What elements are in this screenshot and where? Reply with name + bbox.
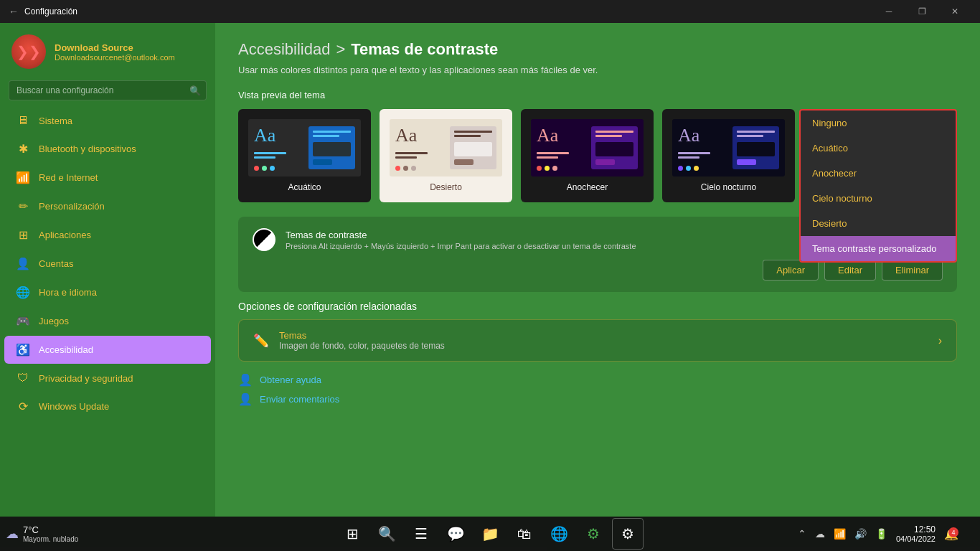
sidebar-item-windows-update[interactable]: ⟳ Windows Update xyxy=(4,392,211,420)
nav-list: 🖥 Sistema ✱ Bluetooth y dispositivos 📶 R… xyxy=(0,106,215,511)
dropdown-personalizado[interactable]: Tema contraste personalizado xyxy=(801,236,956,261)
theme-previews-section: Aa xyxy=(238,109,957,202)
sidebar-item-cuentas-label: Cuentas xyxy=(39,258,73,269)
sidebar: ❯❯ Download Source Downloadsourcenet@out… xyxy=(0,23,215,517)
chevron-right-icon: › xyxy=(938,334,942,347)
taskview-button[interactable]: ☰ xyxy=(405,518,437,550)
breadcrumb-current: Temas de contraste xyxy=(351,40,498,59)
windows-update-icon: ⟳ xyxy=(16,400,30,413)
theme-cielo-label: Cielo nocturno xyxy=(672,182,785,192)
cloud-icon[interactable]: ☁ xyxy=(812,525,828,542)
help-icon: 👤 xyxy=(238,373,253,387)
store-button[interactable]: 🛍 xyxy=(509,518,540,550)
clock-time: 12:50 xyxy=(896,524,936,534)
taskbar-right: ⌃ ☁ 📶 🔊 🔋 12:50 04/04/2022 🔔 4 xyxy=(795,518,974,550)
feedback-icon: 👤 xyxy=(238,392,253,406)
theme-desierto-label: Desierto xyxy=(390,182,502,192)
sidebar-item-privacidad-label: Privacidad y seguridad xyxy=(39,373,133,384)
sidebar-item-bluetooth[interactable]: ✱ Bluetooth y dispositivos xyxy=(4,135,211,163)
search-input[interactable] xyxy=(9,80,207,100)
theme-anochecer-label: Anochecer xyxy=(531,182,644,192)
taskbar-clock[interactable]: 12:50 04/04/2022 xyxy=(893,524,938,543)
theme-card-acuatico[interactable]: Aa xyxy=(238,109,371,202)
titlebar-back-button[interactable]: ← xyxy=(9,6,19,17)
enviar-comentarios-label: Enviar comentarios xyxy=(260,394,339,405)
theme-card-cielo[interactable]: Aa xyxy=(662,109,795,202)
theme-acuatico-label: Acuático xyxy=(248,182,361,192)
weather-desc: Mayorm. nublado xyxy=(23,535,78,543)
sidebar-item-personalizacion[interactable]: ✏ Personalización xyxy=(4,192,211,220)
dropdown-desierto[interactable]: Desierto xyxy=(801,211,956,236)
chrome-button[interactable]: ⚙ xyxy=(578,518,609,550)
sidebar-item-red[interactable]: 📶 Red e Internet xyxy=(4,164,211,192)
dropdown-acuatico[interactable]: Acuático xyxy=(801,136,956,161)
titlebar: ← Configuración ─ ❐ ✕ xyxy=(0,0,980,23)
delete-button[interactable]: Eliminar xyxy=(882,260,943,281)
related-temas-title: Temas xyxy=(279,330,938,341)
weather-icon: ☁ xyxy=(6,526,19,542)
restore-button[interactable]: ❐ xyxy=(905,0,938,23)
breadcrumb-separator: > xyxy=(336,40,345,59)
profile-info: Download Source Downloadsourcenet@outloo… xyxy=(55,42,175,62)
help-links-section: 👤 Obtener ayuda 👤 Enviar comentarios xyxy=(238,373,957,406)
start-button[interactable]: ⊞ xyxy=(336,518,368,550)
obtener-ayuda-label: Obtener ayuda xyxy=(260,375,321,385)
teams-button[interactable]: 💬 xyxy=(440,518,471,550)
contrast-icon xyxy=(253,228,275,251)
edit-button[interactable]: Editar xyxy=(824,260,876,281)
edge-button[interactable]: 🌐 xyxy=(543,518,575,550)
enviar-comentarios-link[interactable]: 👤 Enviar comentarios xyxy=(238,392,957,406)
breadcrumb: Accesibilidad > Temas de contraste xyxy=(238,40,957,59)
sidebar-item-cuentas[interactable]: 👤 Cuentas xyxy=(4,250,211,278)
content-area: Accesibilidad > Temas de contraste Usar … xyxy=(215,23,980,517)
sidebar-item-privacidad[interactable]: 🛡 Privacidad y seguridad xyxy=(4,364,211,392)
main-layout: ❯❯ Download Source Downloadsourcenet@out… xyxy=(0,23,980,517)
chevron-up-icon[interactable]: ⌃ xyxy=(795,525,809,542)
show-desktop-button[interactable] xyxy=(964,518,974,550)
related-temas-card[interactable]: ✏️ Temas Imagen de fondo, color, paquete… xyxy=(238,319,957,362)
sistema-icon: 🖥 xyxy=(16,114,30,127)
breadcrumb-parent[interactable]: Accesibilidad xyxy=(238,40,330,59)
dropdown-ninguno[interactable]: Ninguno xyxy=(801,110,956,136)
wifi-icon[interactable]: 📶 xyxy=(831,525,849,542)
sidebar-item-windows-update-label: Windows Update xyxy=(39,401,109,412)
sidebar-item-red-label: Red e Internet xyxy=(39,172,98,183)
sidebar-item-sistema-label: Sistema xyxy=(39,116,72,126)
hora-icon: 🌐 xyxy=(16,286,30,299)
aplicaciones-icon: ⊞ xyxy=(16,228,30,242)
avatar[interactable]: ❯❯ xyxy=(11,34,46,69)
theme-card-anochecer[interactable]: Aa xyxy=(521,109,654,202)
clock-date: 04/04/2022 xyxy=(896,534,936,543)
sidebar-item-juegos[interactable]: 🎮 Juegos xyxy=(4,307,211,335)
profile-name: Download Source xyxy=(55,42,175,53)
close-button[interactable]: ✕ xyxy=(938,0,971,23)
search-taskbar-button[interactable]: 🔍 xyxy=(371,518,402,550)
theme-dropdown: Ninguno Acuático Anochecer Cielo nocturn… xyxy=(799,109,957,263)
explorer-button[interactable]: 📁 xyxy=(474,518,506,550)
page-subtitle: Usar más colores distintos para que el t… xyxy=(238,65,957,75)
bluetooth-icon: ✱ xyxy=(16,142,30,156)
sidebar-item-sistema[interactable]: 🖥 Sistema xyxy=(4,107,211,134)
obtener-ayuda-link[interactable]: 👤 Obtener ayuda xyxy=(238,373,957,387)
sidebar-item-aplicaciones[interactable]: ⊞ Aplicaciones xyxy=(4,221,211,249)
dropdown-anochecer[interactable]: Anochecer xyxy=(801,161,956,186)
juegos-icon: 🎮 xyxy=(16,314,30,328)
sidebar-item-hora[interactable]: 🌐 Hora e idioma xyxy=(4,278,211,306)
sidebar-item-hora-label: Hora e idioma xyxy=(39,287,97,298)
dropdown-cielo-nocturno[interactable]: Cielo nocturno xyxy=(801,186,956,211)
sidebar-item-aplicaciones-label: Aplicaciones xyxy=(39,230,91,240)
sidebar-item-accesibilidad[interactable]: ♿ Accesibilidad xyxy=(4,336,211,364)
theme-card-desierto[interactable]: Aa xyxy=(380,109,512,202)
apply-button[interactable]: Aplicar xyxy=(763,260,819,281)
sidebar-item-accesibilidad-label: Accesibilidad xyxy=(39,344,93,355)
profile-email: Downloadsourcenet@outlook.com xyxy=(55,53,175,62)
weather-temp: 7°C xyxy=(23,524,78,535)
profile-section: ❯❯ Download Source Downloadsourcenet@out… xyxy=(0,23,215,77)
red-icon: 📶 xyxy=(16,171,30,184)
weather-widget[interactable]: ☁ 7°C Mayorm. nublado xyxy=(6,524,78,543)
settings-taskbar-button[interactable]: ⚙ xyxy=(612,518,644,550)
battery-icon[interactable]: 🔋 xyxy=(872,525,890,542)
related-section-label: Opciones de configuración relacionadas xyxy=(238,301,957,312)
volume-icon[interactable]: 🔊 xyxy=(852,525,870,542)
minimize-button[interactable]: ─ xyxy=(872,0,905,23)
